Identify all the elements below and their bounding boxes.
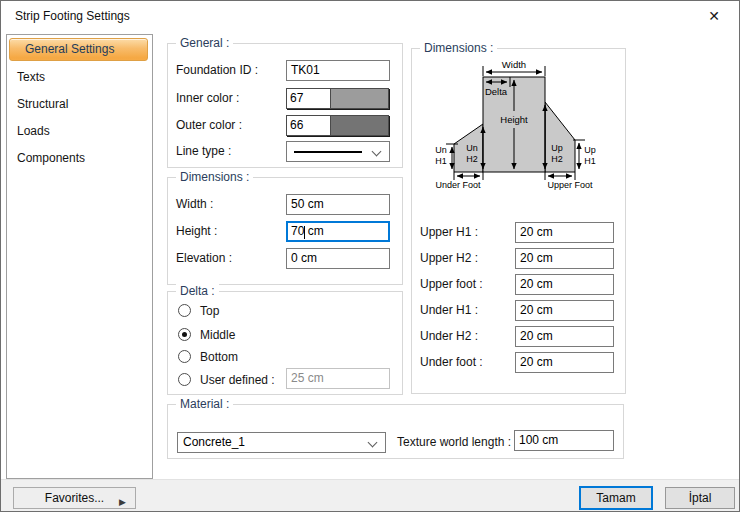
diagram-un-h2-label: Un <box>466 143 478 153</box>
radio-label: Bottom <box>200 350 238 364</box>
footer-bar: Favorites... ▶ Tamam İptal <box>1 479 739 512</box>
outer-color-value: 66 <box>287 116 331 135</box>
group-dimensions-right: Dimensions : Width Delta Height <box>411 48 626 394</box>
under-h2-label: Under H2 : <box>420 326 478 347</box>
under-h2-input[interactable]: 20 cm <box>515 326 614 347</box>
sidebar-item-texts[interactable]: Texts <box>9 67 148 87</box>
diagram-upper-foot-label: Upper Foot <box>547 180 593 190</box>
inner-color-label: Inner color : <box>176 88 239 109</box>
upper-h2-input[interactable]: 20 cm <box>515 248 614 269</box>
foundation-id-label: Foundation ID : <box>176 60 258 81</box>
group-material: Material : Concrete_1 Texture world leng… <box>167 404 624 459</box>
cancel-button[interactable]: İptal <box>665 487 735 509</box>
ok-button[interactable]: Tamam <box>579 486 653 510</box>
chevron-down-icon <box>368 438 378 448</box>
inner-color-swatch <box>331 89 388 108</box>
radio-label: Top <box>200 304 219 318</box>
group-material-title: Material : <box>176 397 233 411</box>
height-value: 70 cm <box>291 224 324 238</box>
titlebar: Strip Footing Settings ✕ <box>1 1 739 31</box>
radio-icon[interactable] <box>178 350 191 363</box>
upper-h1-label: Upper H1 : <box>420 222 478 243</box>
settings-category-list: General Settings Texts Structural Loads … <box>6 34 153 479</box>
diagram-under-foot-label: Under Foot <box>435 180 481 190</box>
upper-h2-label: Upper H2 : <box>420 248 478 269</box>
diagram-height-label: Height <box>500 114 528 125</box>
line-type-label: Line type : <box>176 141 231 162</box>
outer-color-label: Outer color : <box>176 115 242 136</box>
radio-selected-icon[interactable] <box>178 328 191 341</box>
line-type-dropdown[interactable] <box>286 141 390 162</box>
under-h1-label: Under H1 : <box>420 300 478 321</box>
sidebar-item-structural[interactable]: Structural <box>9 94 148 114</box>
radio-icon[interactable] <box>178 304 191 317</box>
upper-foot-label: Upper foot : <box>420 274 483 295</box>
strip-footing-settings-dialog: Strip Footing Settings ✕ General Setting… <box>0 0 740 512</box>
sidebar-item-loads[interactable]: Loads <box>9 121 148 141</box>
elevation-input[interactable]: 0 cm <box>286 248 390 269</box>
inner-color-value: 67 <box>287 89 331 108</box>
diagram-width-label: Width <box>502 59 526 70</box>
radio-label: User defined : <box>200 373 275 387</box>
sidebar-item-general-settings[interactable]: General Settings <box>9 38 148 61</box>
svg-text:H2: H2 <box>551 154 563 164</box>
under-foot-label: Under foot : <box>420 352 483 373</box>
group-dimensions-right-title: Dimensions : <box>420 41 497 55</box>
favorites-button[interactable]: Favorites... ▶ <box>13 487 136 509</box>
user-defined-delta-input[interactable]: 25 cm <box>286 368 390 389</box>
radio-icon[interactable] <box>178 373 191 386</box>
diagram-up-h2-label: Up <box>551 143 563 153</box>
diagram-up-h1-label: Up <box>584 145 596 155</box>
texture-world-length-label: Texture world length : <box>397 432 511 453</box>
group-delta-title: Delta : <box>176 284 219 298</box>
inner-color-picker[interactable]: 67 <box>286 88 389 109</box>
line-type-preview <box>294 151 362 153</box>
height-input[interactable]: 70 cm <box>286 221 390 242</box>
outer-color-picker[interactable]: 66 <box>286 115 389 136</box>
under-foot-input[interactable]: 20 cm <box>515 352 614 373</box>
material-selected-value: Concrete_1 <box>183 435 245 449</box>
width-input[interactable]: 50 cm <box>286 194 390 215</box>
group-general: General : Foundation ID : TK01 Inner col… <box>167 43 403 168</box>
height-label: Height : <box>176 221 217 242</box>
material-dropdown[interactable]: Concrete_1 <box>177 432 386 453</box>
group-dimensions-left-title: Dimensions : <box>176 170 253 184</box>
texture-world-length-input[interactable]: 100 cm <box>514 430 614 451</box>
menu-arrow-icon: ▶ <box>119 492 126 512</box>
chevron-down-icon <box>372 147 382 157</box>
elevation-label: Elevation : <box>176 248 232 269</box>
group-delta: Delta : Top Middle Bottom User defined :… <box>167 291 403 395</box>
svg-text:H2: H2 <box>466 154 478 164</box>
under-h1-input[interactable]: 20 cm <box>515 300 614 321</box>
svg-text:H1: H1 <box>435 156 447 166</box>
sidebar-item-components[interactable]: Components <box>9 148 148 168</box>
group-dimensions-left: Dimensions : Width : 50 cm Height : 70 c… <box>167 177 403 285</box>
upper-h1-input[interactable]: 20 cm <box>515 222 614 243</box>
width-label: Width : <box>176 194 213 215</box>
outer-color-swatch <box>331 116 388 135</box>
diagram-un-h1-label: Un <box>435 145 447 155</box>
footing-cross-section-diagram: Width Delta Height Un H1 Un H2 Up H2 <box>417 54 627 194</box>
diagram-delta-label: Delta <box>485 86 508 97</box>
favorites-label: Favorites... <box>45 491 104 505</box>
svg-text:H1: H1 <box>584 156 596 166</box>
close-icon[interactable]: ✕ <box>701 5 727 27</box>
text-caret <box>304 226 305 239</box>
upper-foot-input[interactable]: 20 cm <box>515 274 614 295</box>
dialog-title: Strip Footing Settings <box>15 9 130 23</box>
group-general-title: General : <box>176 36 233 50</box>
foundation-id-input[interactable]: TK01 <box>286 60 390 81</box>
radio-label: Middle <box>200 328 235 342</box>
